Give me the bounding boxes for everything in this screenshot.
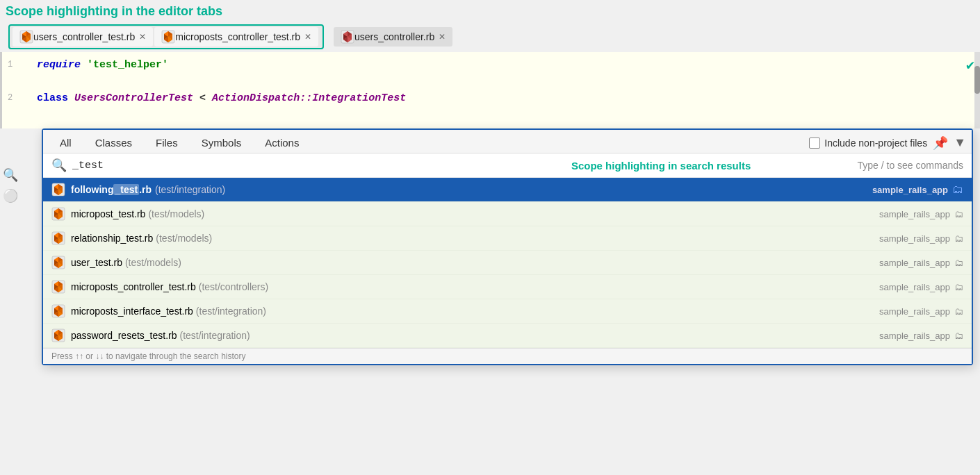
tab-actions[interactable]: Actions — [254, 133, 310, 153]
result-right-1: sample_rails_app 🗂 — [879, 209, 963, 219]
result-right-6: sample_rails_app 🗂 — [879, 331, 963, 341]
result-relationship-filename: relationship_test.rb — [71, 233, 153, 244]
result-icon-4 — [51, 280, 65, 294]
result-relationship-test[interactable]: relationship_test.rb (test/models) sampl… — [43, 226, 972, 251]
checkmark-area: ✔ — [966, 56, 974, 74]
main-container: Scope highlighting in the editor tabs — [0, 0, 980, 475]
result-project-icon-6: 🗂 — [954, 331, 963, 341]
result-mc-path: (test/controllers) — [199, 281, 268, 292]
tab-classes[interactable]: Classes — [84, 133, 143, 153]
result-user-filename: user_test.rb — [71, 257, 122, 268]
result-right-0: sample_rails_app 🗂 — [872, 183, 963, 196]
search-popup: All Classes Files Symbols Actions Includ… — [42, 128, 973, 365]
tab-close-btn-1[interactable]: ✕ — [304, 32, 311, 42]
result-match-0: _test — [113, 184, 139, 195]
result-right-5: sample_rails_app 🗂 — [879, 306, 963, 317]
result-right-4: sample_rails_app 🗂 — [879, 282, 963, 292]
code-require-line: require 'test_helper' — [37, 59, 972, 71]
result-project-icon-2: 🗂 — [954, 233, 963, 244]
gutter-icon-scope[interactable]: ⚪ — [3, 188, 18, 203]
result-project-3: sample_rails_app — [879, 258, 950, 268]
result-following-path: (test/integration) — [155, 184, 225, 195]
result-microposts-interface-test[interactable]: microposts_interface_test.rb (test/integ… — [43, 299, 972, 324]
result-user-path: (test/models) — [125, 257, 181, 268]
filter-icon[interactable]: ▼ — [954, 135, 966, 150]
code-area: 1 require 'test_helper' 2 class UsersCon… — [0, 52, 980, 128]
tab-users-controller[interactable]: users_controller.rb ✕ — [334, 27, 452, 47]
scrollbar[interactable] — [974, 52, 980, 128]
tab-bar-right: Include non-project files 📌 ▼ — [809, 135, 966, 151]
scope-highlight-search-label: Scope highlighting in search results — [465, 160, 858, 172]
result-project-2: sample_rails_app — [879, 233, 950, 244]
tab-microposts-controller-test[interactable]: microposts_controller_test.rb ✕ — [154, 27, 318, 47]
result-project-icon-3: 🗂 — [954, 258, 963, 268]
result-mi-path: (test/integration) — [196, 306, 266, 317]
result-project-icon-0: 🗂 — [952, 183, 963, 196]
ruby-file-icon-2 — [161, 30, 175, 44]
include-checkbox-area[interactable]: Include non-project files — [809, 138, 927, 149]
result-micropost-filename: micropost_test.rb — [71, 208, 145, 219]
include-label: Include non-project files — [824, 138, 927, 149]
gutter-icon-search[interactable]: 🔍 — [3, 167, 18, 183]
result-icon-1 — [51, 207, 65, 221]
result-password-resets-test[interactable]: password_resets_test.rb (test/integratio… — [43, 324, 972, 348]
result-following-filename: following_test.rb — [71, 184, 152, 195]
ruby-file-icon — [19, 30, 33, 44]
result-mi-filename: microposts_interface_test.rb — [71, 306, 193, 317]
search-input[interactable] — [72, 160, 465, 172]
result-project-6: sample_rails_app — [879, 331, 950, 341]
tab-bar: All Classes Files Symbols Actions Includ… — [43, 130, 972, 153]
tab-close-btn-0[interactable]: ✕ — [139, 32, 146, 42]
include-checkbox[interactable] — [809, 138, 820, 149]
result-project-5: sample_rails_app — [879, 306, 950, 317]
result-project-icon-4: 🗂 — [954, 282, 963, 292]
result-following-test[interactable]: following_test.rb (test/integration) sam… — [43, 178, 972, 202]
tab-users-controller-test[interactable]: users_controller_test.rb ✕ — [13, 27, 153, 47]
result-project-4: sample_rails_app — [879, 282, 950, 292]
result-project-icon-5: 🗂 — [954, 306, 963, 317]
editor-tabs-wrapper: users_controller_test.rb ✕ — [8, 24, 324, 49]
keyword-class: class — [37, 92, 68, 104]
code-string-test-helper: 'test_helper' — [87, 59, 168, 71]
class-name: UsersControllerTest — [74, 92, 193, 104]
code-class-line: class UsersControllerTest < ActionDispat… — [37, 92, 972, 104]
result-project-icon-1: 🗂 — [954, 209, 963, 219]
type-hint: Type / to see commands — [857, 160, 963, 171]
tab-symbols[interactable]: Symbols — [190, 133, 253, 153]
status-bar: Press ↑↑ or ↓↓ to navigate through the s… — [43, 348, 972, 364]
tab-close-btn-2[interactable]: ✕ — [439, 32, 446, 42]
code-line-1: 1 require 'test_helper' — [37, 56, 972, 73]
pin-icon[interactable]: 📌 — [933, 135, 948, 151]
tab-all[interactable]: All — [49, 133, 83, 153]
code-line-blank — [37, 73, 972, 90]
tab-users-controller-label: users_controller.rb — [354, 31, 434, 42]
tab-users-controller-test-label: users_controller_test.rb — [33, 31, 135, 42]
tab-microposts-controller-test-label: microposts_controller_test.rb — [175, 31, 300, 42]
search-icon: 🔍 — [51, 158, 67, 173]
result-micropost-path: (test/models) — [148, 208, 204, 219]
result-mc-filename: microposts_controller_test.rb — [71, 281, 196, 292]
result-icon-6 — [51, 328, 65, 342]
result-pr-filename: password_resets_test.rb — [71, 330, 177, 341]
line-number-1: 1 — [8, 60, 35, 69]
results-list: following_test.rb (test/integration) sam… — [43, 178, 972, 348]
tab-files[interactable]: Files — [145, 133, 189, 153]
result-micropost-test[interactable]: micropost_test.rb (test/models) sample_r… — [43, 202, 972, 226]
search-bar: 🔍 Scope highlighting in search results T… — [43, 153, 972, 178]
class-parent: ActionDispatch::IntegrationTest — [212, 92, 406, 104]
scope-label-top: Scope highlighting in the editor tabs — [0, 0, 228, 22]
result-microposts-controller-test[interactable]: microposts_controller_test.rb (test/cont… — [43, 275, 972, 299]
result-icon-2 — [51, 231, 65, 245]
result-project-1: sample_rails_app — [879, 209, 950, 219]
result-user-test[interactable]: user_test.rb (test/models) sample_rails_… — [43, 251, 972, 275]
result-icon-3 — [51, 256, 65, 269]
result-icon-0 — [51, 183, 65, 197]
result-relationship-path: (test/models) — [156, 233, 212, 244]
result-icon-5 — [51, 304, 65, 318]
result-project-0: sample_rails_app — [872, 185, 948, 195]
result-right-2: sample_rails_app 🗂 — [879, 233, 963, 244]
ruby-file-icon-3 — [341, 30, 354, 44]
line-number-2: 2 — [8, 93, 35, 103]
result-right-3: sample_rails_app 🗂 — [879, 258, 963, 268]
scrollbar-thumb[interactable] — [974, 66, 980, 94]
